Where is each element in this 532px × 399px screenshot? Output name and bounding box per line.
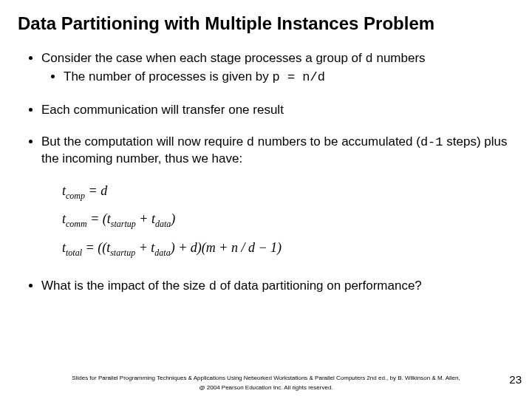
bullet-list: Consider the case when each stage proces… [21, 50, 511, 167]
e2-s1: startup [111, 219, 136, 229]
b1-code-d: d [366, 52, 373, 66]
e3-c: ) + d)(m + n / d − 1) [171, 240, 282, 255]
e2-sub: comm [66, 219, 87, 229]
e2-mid: = (t [87, 211, 111, 226]
e3-sub: total [66, 248, 82, 258]
eq-tcomp: tcomp = d [62, 183, 511, 202]
footer-line-2: @ 2004 Pearson Education Inc. All rights… [0, 383, 532, 393]
footer: Slides for Parallel Programming Techniqu… [0, 374, 532, 393]
bullet-4: What is the impact of the size d of data… [41, 278, 511, 295]
footer-line-1: Slides for Parallel Programming Techniqu… [0, 374, 532, 383]
slide: Data Partitioning with Multiple Instance… [0, 0, 532, 399]
e2-s2: data [155, 219, 171, 229]
e1-r: = d [85, 183, 107, 198]
bullet-1-sub: The number of processes is given by p = … [41, 69, 511, 86]
e3-b: + t [135, 240, 154, 255]
equations: tcomp = d tcomm = (tstartup + tdata) tto… [62, 183, 511, 259]
b4-text-a: What is the impact of the size [41, 279, 209, 293]
b1-text-b: numbers [373, 51, 426, 65]
b4-text-b: of data partitioning on performance? [216, 279, 422, 293]
b1s-code: p = n/d [273, 70, 325, 84]
bullet-list-2: What is the impact of the size d of data… [21, 278, 511, 295]
e2-end: ) [171, 211, 175, 226]
slide-title: Data Partitioning with Multiple Instance… [18, 13, 511, 34]
b3-text-b: numbers to be accumulated ( [254, 134, 420, 149]
b1-text-a: Consider the case when each stage proces… [41, 51, 366, 65]
e3-s2: data [154, 248, 170, 258]
e1-sub: comp [66, 190, 85, 200]
e3-a: = ((t [82, 240, 110, 255]
eq-tcomm: tcomm = (tstartup + tdata) [62, 211, 511, 230]
page-number: 23 [509, 373, 522, 386]
b3-text-a: But the computation will now require [41, 134, 247, 149]
eq-ttotal: ttotal = ((tstartup + tdata) + d)(m + n … [62, 240, 511, 259]
bullet-3: But the computation will now require d n… [41, 134, 511, 167]
b4-code-d: d [209, 279, 216, 293]
e3-s1: startup [110, 248, 135, 258]
e2-plus: + t [136, 211, 155, 226]
b3-code-d: d [247, 135, 254, 149]
b1s-text: The number of processes is given by [64, 69, 273, 83]
b3-code-d1: d-1 [420, 135, 443, 149]
bullet-1-sub-1: The number of processes is given by p = … [64, 69, 511, 86]
bullet-2: Each communication will transfer one res… [41, 102, 511, 118]
bullet-1: Consider the case when each stage proces… [41, 50, 511, 86]
